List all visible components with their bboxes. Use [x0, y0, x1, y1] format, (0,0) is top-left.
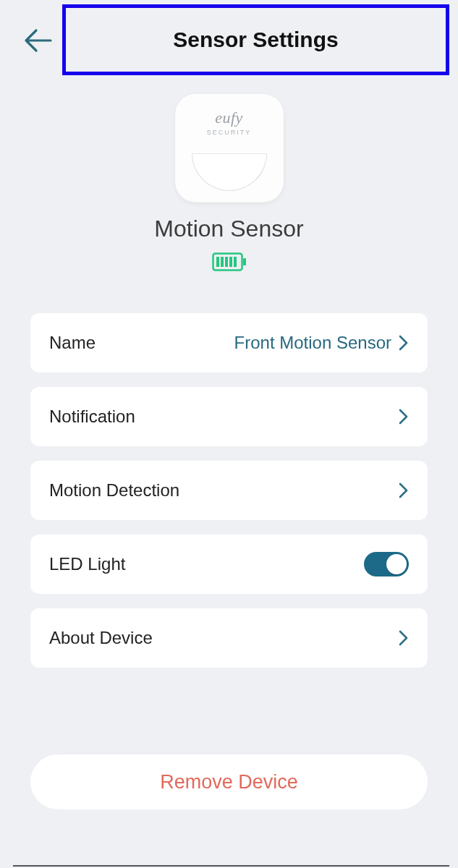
remove-section: Remove Device: [30, 754, 428, 809]
battery-full-icon: [212, 252, 247, 274]
row-about-label: About Device: [49, 628, 153, 648]
row-name-value: Front Motion Sensor: [234, 333, 391, 353]
device-image: eufy SECURITY: [175, 94, 284, 203]
toggle-knob: [386, 554, 407, 574]
chevron-right-icon: [399, 629, 409, 647]
bottom-divider: [13, 865, 449, 867]
back-button[interactable]: [20, 23, 55, 58]
svg-rect-2: [216, 257, 219, 267]
chevron-right-icon: [399, 334, 409, 352]
page-title: Sensor Settings: [173, 27, 338, 52]
row-led-light: LED Light: [30, 535, 428, 594]
settings-list: Name Front Motion Sensor Notification Mo…: [30, 313, 428, 668]
brand-subtext: SECURITY: [207, 129, 252, 136]
device-summary: eufy SECURITY Motion Sensor: [0, 94, 458, 274]
svg-rect-1: [243, 258, 246, 265]
remove-device-button[interactable]: Remove Device: [30, 754, 428, 809]
row-led-label: LED Light: [49, 554, 125, 574]
row-about-device[interactable]: About Device: [30, 608, 428, 668]
header: Sensor Settings: [0, 0, 458, 80]
sensor-lens-graphic: [192, 153, 267, 191]
row-notification[interactable]: Notification: [30, 387, 428, 446]
svg-rect-4: [225, 257, 228, 267]
title-highlight-box: Sensor Settings: [62, 4, 449, 75]
svg-rect-6: [234, 257, 237, 267]
led-toggle[interactable]: [364, 552, 409, 576]
row-name[interactable]: Name Front Motion Sensor: [30, 313, 428, 373]
back-arrow-icon: [23, 28, 52, 53]
row-name-label: Name: [49, 333, 96, 353]
svg-rect-3: [221, 257, 224, 267]
row-motion-detection[interactable]: Motion Detection: [30, 461, 428, 520]
chevron-right-icon: [399, 408, 409, 425]
chevron-right-icon: [399, 482, 409, 499]
row-motion-label: Motion Detection: [49, 480, 179, 501]
device-name-label: Motion Sensor: [154, 216, 303, 242]
brand-logo: eufy: [215, 109, 243, 127]
svg-rect-5: [229, 257, 232, 267]
row-notification-label: Notification: [49, 407, 135, 427]
